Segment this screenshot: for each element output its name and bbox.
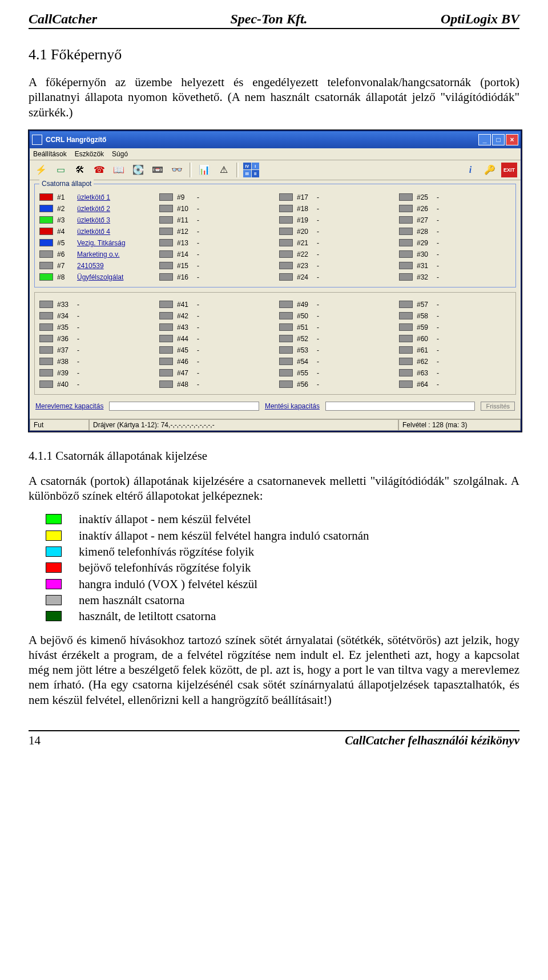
maximize-button[interactable]: □ (492, 134, 505, 145)
channel-item[interactable]: #49- (279, 299, 391, 310)
tape-icon[interactable]: 📼 (150, 163, 166, 177)
channel-item[interactable]: #40- (39, 379, 151, 390)
channel-item[interactable]: #56- (279, 379, 391, 390)
warning-icon[interactable]: ⚠ (216, 163, 232, 177)
channel-item[interactable]: #26- (399, 204, 511, 214)
channel-item[interactable]: #63- (399, 368, 511, 378)
channel-name: - (197, 380, 199, 388)
menu-item[interactable]: Eszközök (75, 150, 104, 158)
channel-item[interactable]: #38- (39, 357, 151, 367)
channel-item[interactable]: #41- (159, 299, 271, 310)
channel-item[interactable]: #5Vezig. Titkárság (39, 238, 151, 248)
channel-led (399, 301, 413, 308)
channel-item[interactable]: #47- (159, 368, 271, 378)
channel-item[interactable]: #48- (159, 379, 271, 390)
channel-item[interactable]: #13- (159, 238, 271, 248)
channel-item[interactable]: #23- (279, 261, 391, 271)
channel-item[interactable]: #8Ügyfélszolgálat (39, 272, 151, 282)
channel-item[interactable]: #27- (399, 215, 511, 225)
channel-item[interactable]: #24- (279, 272, 391, 282)
channel-item[interactable]: #30- (399, 249, 511, 260)
exit-icon[interactable]: EXIT (501, 163, 517, 177)
channel-item[interactable]: #14- (159, 249, 271, 260)
channel-item[interactable]: #25- (399, 192, 511, 203)
channel-item[interactable]: #33- (39, 299, 151, 310)
channel-item[interactable]: #60- (399, 334, 511, 344)
channel-item[interactable]: #10- (159, 204, 271, 214)
channel-item[interactable]: #58- (399, 311, 511, 321)
channel-item[interactable]: #45- (159, 345, 271, 355)
channel-item[interactable]: #18- (279, 204, 391, 214)
channel-item[interactable]: #32- (399, 272, 511, 282)
phone-icon[interactable]: ☎ (91, 163, 107, 177)
channel-item[interactable]: #1üzletkötő 1 (39, 192, 151, 203)
quadrant-icon[interactable]: IVI IIIII (243, 163, 259, 177)
channel-item[interactable]: #46- (159, 357, 271, 367)
channel-item[interactable]: #29- (399, 238, 511, 248)
close-button[interactable]: × (506, 134, 518, 145)
channel-item[interactable]: #61- (399, 345, 511, 355)
channel-led (39, 380, 53, 388)
channel-item[interactable]: #43- (159, 322, 271, 333)
chart-icon[interactable]: 📊 (196, 163, 212, 177)
channel-number: #34 (57, 312, 73, 320)
channel-name: üzletkötő 3 (77, 216, 110, 224)
channel-led (39, 301, 53, 308)
channel-item[interactable]: #54- (279, 357, 391, 367)
channel-item[interactable]: #9- (159, 192, 271, 203)
channel-item[interactable]: #36- (39, 334, 151, 344)
glasses-icon[interactable]: 👓 (169, 163, 185, 177)
channel-item[interactable]: #37- (39, 345, 151, 355)
channel-name: - (197, 193, 199, 201)
channel-item[interactable]: #64- (399, 379, 511, 390)
channel-led (159, 273, 173, 281)
lightning-icon[interactable]: ⚡ (33, 163, 49, 177)
channel-item[interactable]: #44- (159, 334, 271, 344)
channel-item[interactable]: #62- (399, 357, 511, 367)
channel-name: - (437, 369, 439, 377)
channel-item[interactable]: #4üzletkötő 4 (39, 226, 151, 237)
card-icon[interactable]: ▭ (53, 163, 68, 177)
channel-item[interactable]: #55- (279, 368, 391, 378)
channel-item[interactable]: #22- (279, 249, 391, 260)
minimize-button[interactable]: _ (478, 134, 491, 145)
channel-item[interactable]: #2üzletkötő 2 (39, 204, 151, 214)
key-icon[interactable]: 🔑 (482, 163, 498, 177)
channel-item[interactable]: #28- (399, 226, 511, 237)
channel-item[interactable]: #39- (39, 368, 151, 378)
channel-item[interactable]: #6Marketing o.v. (39, 249, 151, 260)
channel-item[interactable]: #16- (159, 272, 271, 282)
channel-item[interactable]: #17- (279, 192, 391, 203)
channel-item[interactable]: #11- (159, 215, 271, 225)
channel-item[interactable]: #51- (279, 322, 391, 333)
disk-icon[interactable]: 💽 (130, 163, 146, 177)
channel-number: #42 (177, 312, 193, 320)
channel-led (159, 205, 173, 212)
channel-item[interactable]: #21- (279, 238, 391, 248)
channel-item[interactable]: #3üzletkötő 3 (39, 215, 151, 225)
channel-item[interactable]: #12- (159, 226, 271, 237)
channel-led (399, 335, 413, 342)
channel-item[interactable]: #35- (39, 322, 151, 333)
channel-name: - (77, 323, 79, 331)
channel-item[interactable]: #15- (159, 261, 271, 271)
channel-item[interactable]: #52- (279, 334, 391, 344)
channel-item[interactable]: #19- (279, 215, 391, 225)
channel-item[interactable]: #53- (279, 345, 391, 355)
refresh-button[interactable]: Frissítés (481, 402, 515, 411)
channel-name: - (317, 250, 319, 258)
channel-item[interactable]: #72410539 (39, 261, 151, 271)
menu-item[interactable]: Beállítások (33, 150, 67, 158)
channel-item[interactable]: #31- (399, 261, 511, 271)
channel-number: #5 (57, 239, 73, 247)
channel-item[interactable]: #50- (279, 311, 391, 321)
menu-item[interactable]: Súgó (112, 150, 128, 158)
channel-item[interactable]: #34- (39, 311, 151, 321)
tools-icon[interactable]: 🛠 (72, 163, 88, 177)
channel-item[interactable]: #59- (399, 322, 511, 333)
channel-item[interactable]: #57- (399, 299, 511, 310)
info-icon[interactable]: i (462, 163, 478, 177)
channel-item[interactable]: #42- (159, 311, 271, 321)
channel-item[interactable]: #20- (279, 226, 391, 237)
book-icon[interactable]: 📖 (111, 163, 127, 177)
